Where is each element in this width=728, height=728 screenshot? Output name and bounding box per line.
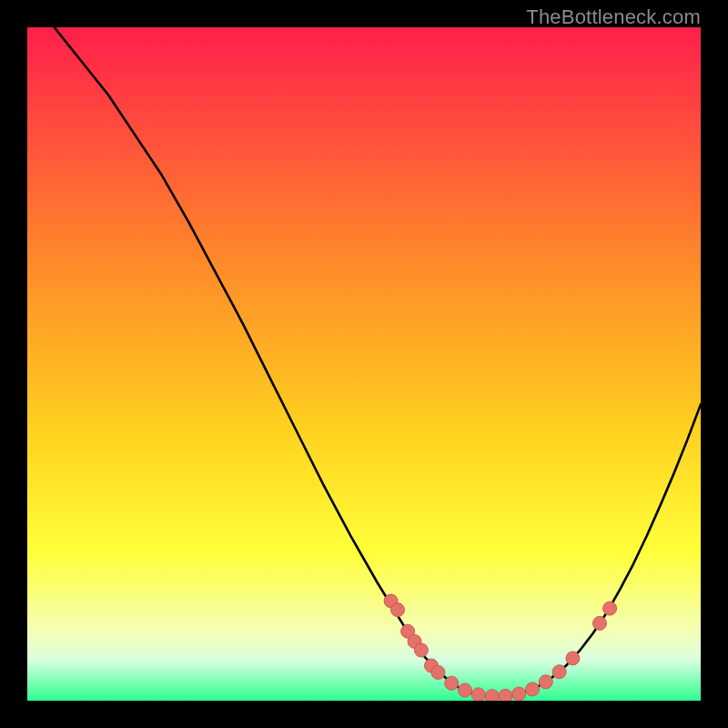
marker-point [431,665,445,679]
marker-point [603,602,617,615]
marker-point [593,616,607,630]
watermark-text: TheBottleneck.com [526,5,701,29]
marker-point [552,665,566,679]
marker-point [445,676,459,690]
gradient-background [27,27,701,701]
marker-point [526,682,540,696]
marker-point [539,675,552,689]
marker-point [471,688,485,701]
marker-point [391,603,405,617]
marker-point [499,689,512,701]
marker-point [414,643,428,657]
marker-point [566,652,580,665]
marker-point [459,683,472,697]
bottleneck-chart [27,27,701,701]
chart-frame [27,27,701,701]
marker-point [485,690,499,701]
marker-point [512,687,526,701]
